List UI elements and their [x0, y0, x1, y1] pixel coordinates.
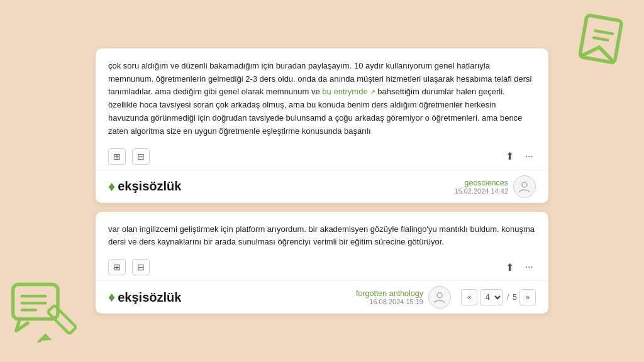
card-2-user-info: forgotten anthology 16.08.2024 15:19	[356, 286, 451, 309]
pagination-prev-btn[interactable]: «	[461, 289, 477, 305]
card-1-actions: ⊞ ⊟ ⬆ ···	[96, 145, 548, 170]
card-1-user-info: geosciences 15.02.2024 14:42	[454, 175, 536, 198]
logo-drop-2: ♦	[108, 289, 115, 305]
card-2-footer: ♦ ekşisözlük forgotten anthology 16.08.2…	[96, 280, 548, 314]
card-1-username: geosciences	[454, 178, 508, 187]
card-1-link[interactable]: bu entrymde	[322, 87, 375, 96]
logo-text-1: ekşisözlük	[118, 179, 181, 194]
pagination-page-select[interactable]: 4 1 2 3 5	[480, 289, 503, 305]
card-2-user-details: forgotten anthology 16.08.2024 15:19	[356, 289, 423, 305]
card-2: var olan ingilizcemi geliştirmek için pl…	[96, 212, 548, 314]
chat-pencil-icon	[9, 281, 79, 353]
card-1-footer: ♦ ekşisözlük geosciences 15.02.2024 14:4…	[96, 170, 548, 203]
card-2-username: forgotten anthology	[356, 289, 423, 298]
card-2-avatar	[428, 286, 451, 309]
card-2-timestamp: 16.08.2024 15:19	[356, 298, 423, 305]
card-1-timestamp: 15.02.2024 14:42	[454, 187, 508, 195]
card-1-user-details: geosciences 15.02.2024 14:42	[454, 178, 508, 195]
card-1-share-btn[interactable]: ⬆	[503, 149, 516, 163]
pagination: « 4 1 2 3 5 / 5 »	[461, 289, 536, 305]
card-1-action-left: ⊞ ⊟	[108, 148, 150, 165]
svg-point-4	[437, 293, 442, 298]
card-1-expand-btn[interactable]: ⊞	[108, 148, 126, 165]
card-1-text: çok soru aldığım ve düzenli bakamadığım …	[108, 60, 536, 138]
logo-text-2: ekşisözlük	[118, 290, 181, 305]
card-1-avatar	[513, 175, 536, 198]
card-1: çok soru aldığım ve düzenli bakamadığım …	[96, 48, 548, 203]
eksisozluk-logo-1: ♦ ekşisözlük	[108, 178, 181, 195]
card-2-action-left: ⊞ ⊟	[108, 259, 150, 275]
card-2-share-btn[interactable]: ⬆	[503, 260, 516, 275]
bookmark-icon	[569, 8, 636, 84]
card-1-action-right: ⬆ ···	[503, 149, 536, 163]
card-1-more-btn[interactable]: ···	[523, 150, 536, 163]
card-2-body: var olan ingilizcemi geliştirmek için pl…	[96, 212, 548, 256]
card-1-body: çok soru aldığım ve düzenli bakamadığım …	[96, 48, 548, 145]
card-2-text: var olan ingilizcemi geliştirmek için pl…	[108, 223, 536, 250]
card-1-collapse-btn[interactable]: ⊟	[132, 148, 150, 165]
svg-point-3	[522, 182, 527, 187]
pagination-separator: /	[507, 293, 509, 302]
eksisozluk-logo-2: ♦ ekşisözlük	[108, 289, 181, 305]
card-2-collapse-btn[interactable]: ⊟	[132, 259, 150, 275]
card-2-action-right: ⬆ ···	[503, 260, 536, 275]
card-2-expand-btn[interactable]: ⊞	[108, 259, 126, 275]
card-2-more-btn[interactable]: ···	[523, 260, 536, 274]
card-2-actions: ⊞ ⊟ ⬆ ···	[96, 255, 548, 280]
pagination-next-btn[interactable]: »	[519, 289, 536, 305]
pagination-total: 5	[513, 293, 517, 302]
main-content: çok soru aldığım ve düzenli bakamadığım …	[96, 48, 548, 314]
logo-drop-1: ♦	[108, 178, 115, 195]
